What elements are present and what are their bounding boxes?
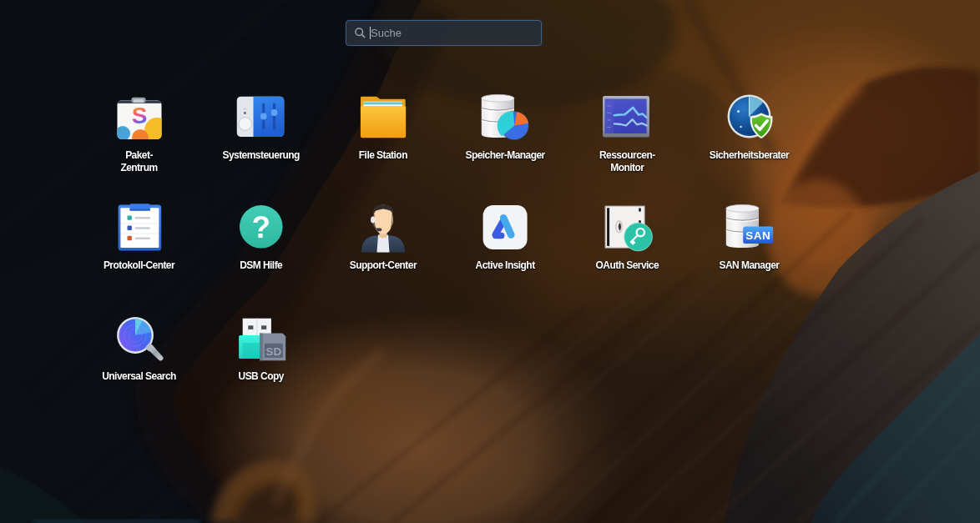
svg-text:SD: SD [265, 345, 281, 358]
svg-text:?: ? [251, 210, 270, 244]
svg-text:SAN: SAN [745, 229, 770, 242]
svg-text:S: S [131, 103, 147, 128]
